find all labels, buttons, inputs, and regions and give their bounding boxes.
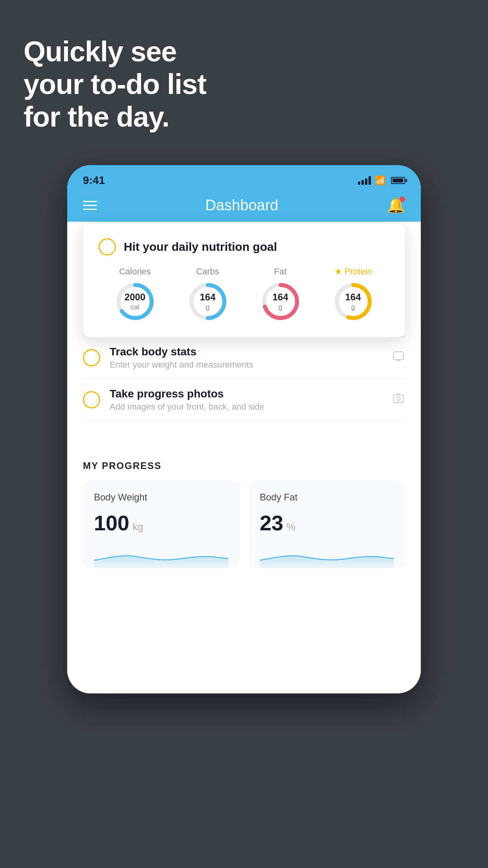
todo-checkbox-progress-photos[interactable] — [83, 391, 100, 408]
signal-icon — [358, 176, 371, 185]
donut-unit: g — [351, 303, 355, 311]
progress-unit: kg — [132, 521, 143, 533]
nutrition-label-calories: Calories — [119, 267, 151, 277]
nutrition-item-carbs: Carbs 164 g — [186, 267, 229, 323]
hero-line1: Quickly see — [24, 35, 206, 68]
nutrition-item-calories: Calories 2000 cal — [114, 267, 157, 323]
donut-value: 2000 — [125, 292, 145, 303]
nutrition-item-fat: Fat 164 g — [259, 267, 302, 323]
content-inner: Hit your daily nutrition goal Calories 2… — [67, 248, 421, 580]
hero-text: Quickly see your to-do list for the day. — [24, 35, 206, 133]
nutrition-label-protein: ★ Protein — [334, 267, 372, 277]
donut-value: 164 — [200, 292, 215, 303]
donut-unit: cal — [130, 303, 139, 311]
todo-sub-progress-photos: Add images of your front, back, and side — [110, 402, 384, 412]
donut-carbs: 164 g — [186, 280, 229, 323]
donut-calories: 2000 cal — [114, 280, 157, 323]
progress-card-body-fat[interactable]: Body Fat 23 % — [249, 481, 405, 568]
battery-icon — [391, 177, 405, 184]
todo-sub-body-stats: Enter your weight and measurements — [110, 360, 384, 370]
nutrition-card: Hit your daily nutrition goal Calories 2… — [83, 224, 405, 337]
progress-card-title: Body Fat — [260, 492, 394, 503]
star-icon: ★ Protein — [334, 267, 372, 277]
svg-rect-8 — [393, 352, 404, 360]
progress-card-body-weight[interactable]: Body Weight 100 kg — [83, 481, 239, 568]
donut-center: 164 g — [200, 292, 215, 311]
card-title-row: Hit your daily nutrition goal — [99, 238, 389, 256]
svg-point-12 — [397, 397, 400, 401]
donut-center: 164 g — [272, 292, 288, 311]
donut-center: 2000 cal — [125, 292, 145, 311]
wave-chart — [94, 544, 228, 568]
donut-unit: g — [205, 303, 209, 311]
progress-unit: % — [286, 521, 295, 533]
nutrition-label-fat: Fat — [274, 267, 287, 277]
progress-card-title: Body Weight — [94, 492, 228, 503]
nutrition-item-protein: ★ Protein 164 g — [332, 267, 375, 323]
progress-title: MY PROGRESS — [83, 460, 405, 471]
donut-unit: g — [278, 303, 282, 311]
progress-cards: Body Weight 100 kg Body Fat 23 % — [83, 481, 405, 568]
svg-rect-11 — [393, 395, 404, 403]
donut-fat: 164 g — [259, 280, 302, 323]
progress-big-num: 100 — [94, 511, 129, 535]
phone-screen: 9:41 📶 Dashboard 🔔 — [67, 165, 421, 693]
status-bar: 9:41 📶 — [67, 165, 421, 193]
nav-bar: Dashboard 🔔 — [67, 193, 421, 222]
notification-badge — [400, 197, 405, 202]
progress-section: MY PROGRESS Body Weight 100 kg Body Fat … — [67, 445, 421, 580]
content-area: THINGS TO DO TODAY Hit your daily nutrit… — [67, 222, 421, 693]
nutrition-card-title: Hit your daily nutrition goal — [124, 240, 277, 254]
nutrition-label-carbs: Carbs — [196, 267, 219, 277]
todo-main-body-stats: Track body stats — [110, 346, 384, 358]
status-time: 9:41 — [83, 174, 105, 187]
todo-icon-body-stats — [392, 349, 405, 366]
notifications-button[interactable]: 🔔 — [387, 197, 405, 214]
donut-value: 164 — [345, 292, 361, 303]
donut-protein: 164 g — [332, 280, 375, 323]
progress-card-value: 23 % — [260, 511, 394, 535]
status-icons: 📶 — [358, 175, 405, 186]
progress-big-num: 23 — [260, 511, 283, 535]
todo-item-progress-photos[interactable]: Take progress photos Add images of your … — [83, 379, 405, 421]
hero-line2: your to-do list — [24, 68, 206, 101]
hero-line3: for the day. — [24, 101, 206, 133]
nutrition-checkbox[interactable] — [99, 238, 116, 256]
nav-title: Dashboard — [205, 197, 279, 214]
todo-checkbox-body-stats[interactable] — [83, 349, 100, 366]
wifi-icon: 📶 — [375, 175, 385, 186]
menu-button[interactable] — [83, 201, 97, 210]
donut-center: 164 g — [345, 292, 361, 311]
todo-icon-progress-photos — [392, 392, 405, 408]
todo-main-progress-photos: Take progress photos — [110, 388, 384, 400]
donut-value: 164 — [272, 292, 288, 303]
phone-mockup: 9:41 📶 Dashboard 🔔 — [67, 165, 421, 693]
nutrition-row: Calories 2000 cal Carbs 164 g Fat 164 g … — [99, 267, 389, 323]
wave-chart — [260, 544, 394, 568]
todo-text-body-stats: Track body stats Enter your weight and m… — [110, 346, 384, 370]
todo-item-body-stats[interactable]: Track body stats Enter your weight and m… — [83, 337, 405, 379]
todo-text-progress-photos: Take progress photos Add images of your … — [110, 388, 384, 412]
progress-card-value: 100 kg — [94, 511, 228, 535]
